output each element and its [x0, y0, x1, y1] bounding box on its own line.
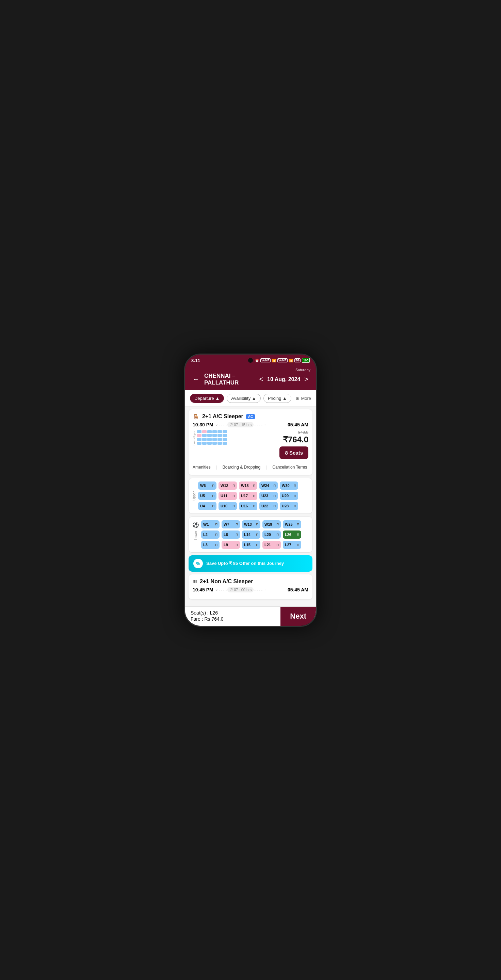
bus2-depart: 10:45 PM [192, 587, 213, 592]
seat-L14[interactable]: L14⊓ [242, 530, 260, 539]
seat-W1[interactable]: W1⊓ [201, 520, 219, 528]
upper-row-3: U4⊓ U10⊓ U16⊓ U22⊓ U28⊓ [198, 502, 298, 510]
lower-deck-label: Lower [194, 530, 198, 541]
bus-info-row: Upper Lower [192, 430, 309, 459]
seat-U10[interactable]: U10⊓ [218, 502, 237, 510]
upper-row-2: U5⊓ U11⊓ U17⊓ U23⊓ U29⊓ [198, 492, 298, 500]
seat-U29[interactable]: U29⊓ [280, 492, 298, 500]
offer-banner: % Save Upto ₹ 85 Offer on this Journey [189, 555, 312, 572]
price-seats-col: 849.0 ₹764.0 8 Seats [280, 430, 309, 459]
seat-L9[interactable]: L9⊓ [221, 541, 240, 549]
bottom-info: Seat(s) : L26 Fare : Rs 764.0 [185, 607, 280, 626]
lower-deck-map: ⚽ Lower W1⊓ W7⊓ W13⊓ W19⊓ W25⊓ L2⊓ [189, 517, 312, 553]
bus2-duration: ⏱ 07 : 00 hrs [227, 587, 254, 592]
bottom-seats: Seat(s) : L26 [191, 610, 275, 616]
bus-type-row: 🪑 2+1 A/C Sleeper AC [192, 414, 309, 420]
offer-icon: % [196, 561, 200, 566]
lower-row-3: L3⊓ L9⊓ L15⊓ L21⊓ L27⊓ [201, 541, 301, 549]
bottom-fare: Fare : Rs 764.0 [191, 616, 275, 622]
bus-type-name: 2+1 A/C Sleeper [202, 414, 243, 420]
time: 8:11 [191, 358, 200, 363]
seat-W24[interactable]: W24⊓ [259, 482, 278, 490]
timing-row: 10:30 PM ○ - - - - ⏱ 07 : 15 hrs - - - -… [192, 422, 309, 427]
seat-W12[interactable]: W12⊓ [218, 482, 237, 490]
seat-W19[interactable]: W19⊓ [262, 520, 281, 528]
lower-deck-icon: ⚽ [192, 522, 199, 528]
lower-row-1: W1⊓ W7⊓ W13⊓ W19⊓ W25⊓ [201, 520, 301, 528]
cancellation-tab[interactable]: Cancellation Terms [272, 465, 307, 469]
mini-seat-layout: Upper Lower [192, 430, 227, 447]
next-date-button[interactable]: > [302, 375, 310, 384]
depart-time: 10:30 PM [192, 422, 213, 427]
pricing-filter[interactable]: Pricing ▲ [263, 394, 291, 403]
bus2-timing-line: ○ - - - - ⏱ 07 : 00 hrs - - - - → [215, 587, 286, 592]
header-nav: ← CHENNAI – PALLATHUR < 10 Aug, 2024 > [191, 372, 310, 386]
seat-U23[interactable]: U23⊓ [259, 492, 278, 500]
seat-L2[interactable]: L2⊓ [201, 530, 219, 539]
seat-W25[interactable]: W25⊓ [283, 520, 301, 528]
duration: ⏱ 07 : 15 hrs [227, 422, 254, 427]
date-nav: < 10 Aug, 2024 > [257, 375, 310, 384]
seat-L27[interactable]: L27⊓ [283, 541, 301, 549]
phone-shell: 8:11 ⏰ VoNR 📶 VoNR 📶 5G 100 Saturday ← C… [184, 353, 317, 627]
filter-bar: Departure ▲ Availibility ▲ Pricing ▲ ⊞ M… [185, 390, 316, 407]
prev-date-button[interactable]: < [257, 375, 265, 384]
seat-L21[interactable]: L21⊓ [262, 541, 281, 549]
upper-deck-map: Upper W6⊓ W12⊓ W18⊓ W24⊓ W30⊓ U5⊓ U11⊓ U [189, 478, 312, 514]
ac-badge: AC [246, 414, 255, 419]
seat-W6[interactable]: W6⊓ [198, 482, 216, 490]
back-button[interactable]: ← [191, 375, 202, 384]
bus2-icon: ≋ [192, 579, 197, 585]
seat-L3[interactable]: L3⊓ [201, 541, 219, 549]
seat-U5[interactable]: U5⊓ [198, 492, 216, 500]
status-icons: ⏰ VoNR 📶 VoNR 📶 5G 100 [255, 358, 310, 363]
bus-card-1: 🪑 2+1 A/C Sleeper AC 10:30 PM ○ - - - - … [189, 409, 312, 475]
more-filter[interactable]: ⊞ More [296, 396, 311, 401]
bus2-timing-row: 10:45 PM ○ - - - - ⏱ 07 : 00 hrs - - - -… [192, 587, 309, 592]
seat-U4[interactable]: U4⊓ [198, 502, 216, 510]
bus2-arrive: 05:45 AM [288, 587, 309, 592]
seat-L8[interactable]: L8⊓ [221, 530, 240, 539]
seat-U22[interactable]: U22⊓ [259, 502, 278, 510]
bus2-type-row: ≋ 2+1 Non A/C Sleeper [192, 579, 309, 585]
lower-row-2: L2⊓ L8⊓ L14⊓ L20⊓ L26⊓ [201, 530, 301, 539]
seat-L20[interactable]: L20⊓ [262, 530, 281, 539]
amenities-row: Amenities | Boarding & Dropping | Cancel… [192, 462, 309, 471]
timing-line: ○ - - - - ⏱ 07 : 15 hrs - - - - → [215, 422, 286, 427]
bus-card-2: ≋ 2+1 Non A/C Sleeper 10:45 PM ○ - - - -… [189, 574, 312, 599]
camera-notch [248, 358, 253, 363]
lower-seats-grid: W1⊓ W7⊓ W13⊓ W19⊓ W25⊓ L2⊓ L8⊓ L14⊓ L20⊓… [201, 520, 301, 549]
upper-row-1: W6⊓ W12⊓ W18⊓ W24⊓ W30⊓ [198, 482, 298, 490]
original-price: 849.0 [280, 430, 309, 435]
seat-W30[interactable]: W30⊓ [280, 482, 298, 490]
upper-section-with-deck: Upper W6⊓ W12⊓ W18⊓ W24⊓ W30⊓ U5⊓ U11⊓ U [192, 482, 309, 510]
offer-text: Save Upto ₹ 85 Offer on this Journey [206, 561, 284, 566]
route-title: CHENNAI – PALLATHUR [204, 372, 257, 386]
header-date-value: 10 Aug, 2024 [267, 376, 300, 382]
upper-deck-label: Upper [192, 482, 196, 510]
upper-seats-grid: W6⊓ W12⊓ W18⊓ W24⊓ W30⊓ U5⊓ U11⊓ U17⊓ U2… [198, 482, 298, 510]
departure-filter[interactable]: Departure ▲ [190, 394, 224, 403]
seat-U16[interactable]: U16⊓ [239, 502, 257, 510]
seat-U11[interactable]: U11⊓ [218, 492, 237, 500]
seat-W18[interactable]: W18⊓ [239, 482, 257, 490]
seat-W7[interactable]: W7⊓ [221, 520, 240, 528]
seat-W13[interactable]: W13⊓ [242, 520, 260, 528]
lower-section-with-deck: ⚽ Lower W1⊓ W7⊓ W13⊓ W19⊓ W25⊓ L2⊓ [192, 520, 309, 549]
bus-type-icon: 🪑 [192, 414, 199, 420]
seat-L26[interactable]: L26⊓ [283, 530, 301, 539]
content: 🪑 2+1 A/C Sleeper AC 10:30 PM ○ - - - - … [185, 407, 316, 617]
next-button[interactable]: Next [280, 607, 316, 626]
status-bar: 8:11 ⏰ VoNR 📶 VoNR 📶 5G 100 [185, 355, 316, 365]
header-date: Saturday [191, 368, 310, 372]
arrive-time: 05:45 AM [288, 422, 309, 427]
discounted-price: ₹764.0 [280, 435, 309, 444]
seat-L15[interactable]: L15⊓ [242, 541, 260, 549]
boarding-tab[interactable]: Boarding & Dropping [223, 465, 260, 469]
seats-button[interactable]: 8 Seats [280, 447, 309, 459]
header: Saturday ← CHENNAI – PALLATHUR < 10 Aug,… [185, 365, 316, 390]
amenities-tab[interactable]: Amenities [192, 465, 211, 469]
availability-filter[interactable]: Availibility ▲ [227, 394, 260, 403]
seat-U17[interactable]: U17⊓ [239, 492, 257, 500]
seat-U28[interactable]: U28⊓ [280, 502, 298, 510]
